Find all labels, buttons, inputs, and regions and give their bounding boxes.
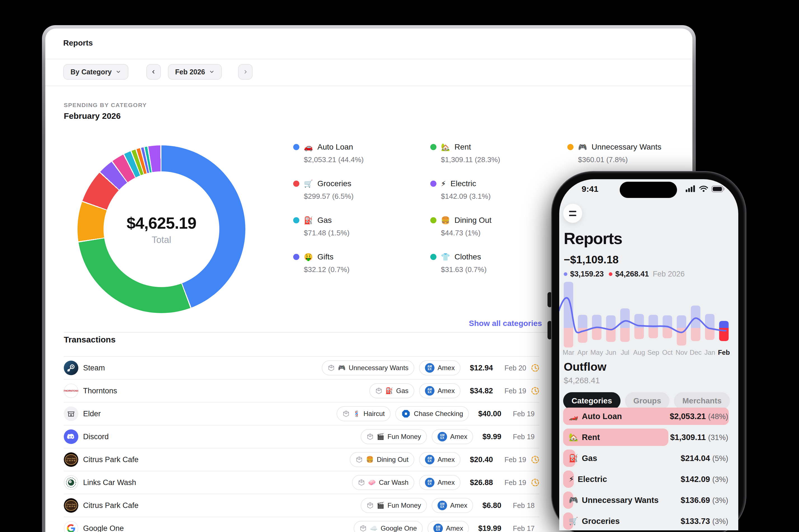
section-label: SPENDING BY CATEGORY <box>64 102 147 109</box>
category-box-icon <box>358 479 365 486</box>
category-chip[interactable]: 🧼Car Wash <box>352 475 414 490</box>
legend-item-electric[interactable]: ⚡ Electric $142.09 (3.1%) <box>430 179 562 201</box>
legend-label: Auto Loan <box>317 142 353 152</box>
transaction-row[interactable]: THORNTONS Thorntons ⛽Gas AMEXAmex $34.82… <box>64 380 539 403</box>
account-chip[interactable]: AMEXAmex <box>428 521 469 532</box>
period-dropdown[interactable]: Feb 2026 <box>168 64 222 80</box>
bar-inflow-Dec <box>691 306 701 328</box>
account-chip[interactable]: AMEXAmex <box>419 452 460 467</box>
pending-indicator <box>531 455 539 464</box>
outflow-category-row-auto-loan[interactable]: 🏎️ Auto Loan $2,053.21 (48%) <box>563 407 729 425</box>
wifi-icon <box>699 186 708 192</box>
tab-categories[interactable]: Categories <box>563 392 620 410</box>
legend-item-gas[interactable]: ⛽ Gas $71.48 (1.5%) <box>293 216 425 238</box>
category-box-icon <box>328 364 335 372</box>
outflow-category-row-gas[interactable]: ⛽ Gas $214.04 (5%) <box>563 450 729 467</box>
legend-amount: $299.57 (6.5%) <box>304 192 425 201</box>
bar-inflow-Jul <box>620 308 630 328</box>
category-amount: $2,053.21 (48%) <box>670 412 729 421</box>
legend-color-dot <box>430 180 436 187</box>
prev-period-button[interactable] <box>146 64 161 80</box>
legend-label: Rent <box>454 142 471 152</box>
legend-item-groceries[interactable]: 🛒 Groceries $299.57 (6.5%) <box>293 179 425 201</box>
category-chip[interactable]: ⛽Gas <box>369 383 414 398</box>
outflow-category-row-electric[interactable]: ⚡ Electric $142.09 (3%) <box>563 471 729 488</box>
account-label: Amex <box>438 479 455 487</box>
legend-color-dot <box>293 217 299 223</box>
menu-button[interactable] <box>563 204 582 223</box>
chase-logo <box>401 409 411 418</box>
monthly-cashflow-chart[interactable]: MarAprMayJunJulAugSepOctNovDecJanFeb <box>559 278 738 360</box>
legend-item-rent[interactable]: 🏡 Rent $1,309.11 (28.3%) <box>430 142 562 164</box>
account-chip[interactable]: Chase Checking <box>395 406 469 421</box>
category-emoji-icon: ⚡ <box>569 476 574 483</box>
legend-item-gifts[interactable]: 🤑 Gifts $32.12 (0.7%) <box>293 252 425 274</box>
hamburger-icon <box>569 215 576 216</box>
transaction-row[interactable]: Links Car Wash 🧼Car Wash AMEXAmex $26.88… <box>64 471 539 494</box>
pending-indicator <box>531 387 539 395</box>
transaction-details: ⛽Gas AMEXAmex $34.82 Feb 19 <box>369 383 539 398</box>
transaction-row[interactable]: Elder 💈Haircut Chase Checking $40.00 Feb… <box>64 403 539 425</box>
transaction-amount: $40.00 <box>478 410 501 418</box>
bar-outflow-May <box>592 328 601 340</box>
account-chip[interactable]: AMEXAmex <box>432 429 473 444</box>
show-all-categories-link[interactable]: Show all categories <box>467 319 556 328</box>
next-period-button[interactable] <box>238 64 253 80</box>
account-chip[interactable]: AMEXAmex <box>419 475 460 490</box>
outflow-category-row-groceries[interactable]: 🛒 Groceries $133.73 (3%) <box>563 512 729 530</box>
transaction-amount: $9.99 <box>482 433 501 441</box>
category-emoji-icon: 🎮 <box>569 496 578 504</box>
category-label: Fun Money <box>387 501 421 509</box>
category-chip[interactable]: 💈Haircut <box>337 406 391 421</box>
bar-outflow-Mar <box>564 328 573 347</box>
legend-item-auto-loan[interactable]: 🚗 Auto Loan $2,053.21 (44.4%) <box>293 142 425 164</box>
category-label: Gas <box>582 454 597 463</box>
category-percent: (48%) <box>708 412 728 421</box>
account-chip[interactable]: AMEXAmex <box>432 498 473 513</box>
merchant-name: Google One <box>83 524 124 532</box>
chevron-down-icon <box>209 69 215 75</box>
outflow-category-row-rent[interactable]: 🏡 Rent $1,309.11 (31%) <box>563 429 729 446</box>
category-amount: $214.04 (5%) <box>680 454 729 463</box>
transaction-row[interactable]: Discord 🎬Fun Money AMEXAmex $9.99 Feb 19 <box>64 425 539 449</box>
category-emoji-icon: 🏎️ <box>569 413 578 420</box>
pending-clock-icon <box>531 387 539 395</box>
transaction-date: Feb 19 <box>511 433 534 441</box>
legend-item-clothes[interactable]: 👕 Clothes $31.63 (0.7%) <box>430 252 562 274</box>
account-chip[interactable]: AMEXAmex <box>419 383 460 398</box>
transaction-row[interactable]: Google One ☁️Google One AMEXAmex $19.99 … <box>64 517 539 532</box>
tab-groups[interactable]: Groups <box>625 392 670 410</box>
category-chip[interactable]: 🎮Unnecessary Wants <box>322 360 414 376</box>
category-chip[interactable]: 🎬Fun Money <box>361 498 427 513</box>
legend-item-dining-out[interactable]: 🍔 Dining Out $44.73 (1%) <box>430 216 562 238</box>
transaction-row[interactable]: Citrus Park C·A·F·E Citrus Park Cafe 🎬Fu… <box>64 494 539 517</box>
amex-logo: AMEX <box>438 501 447 510</box>
account-chip[interactable]: AMEXAmex <box>419 360 460 376</box>
tab-merchants[interactable]: Merchants <box>674 392 730 410</box>
category-emoji-icon: 👕 <box>441 253 450 261</box>
transaction-row[interactable]: Steam 🎮Unnecessary Wants AMEXAmex $12.94… <box>64 357 539 380</box>
category-chip[interactable]: 🎬Fun Money <box>361 429 427 444</box>
month-label-Jul: Jul <box>621 348 630 356</box>
legend-item-unnecessary-wants[interactable]: 🎮 Unnecessary Wants $360.01 (7.8%) <box>567 142 692 164</box>
group-by-dropdown[interactable]: By Category <box>63 64 128 80</box>
spending-donut-chart[interactable]: $4,625.19 Total <box>77 145 246 313</box>
category-emoji-icon: 🎮 <box>578 144 587 151</box>
transaction-details: 🧼Car Wash AMEXAmex $26.88 Feb 19 <box>352 475 539 490</box>
cellular-signal-icon <box>686 185 696 193</box>
category-percent: (31%) <box>708 433 728 442</box>
outflow-category-row-unnecessary-wants[interactable]: 🎮 Unnecessary Wants $136.69 (3%) <box>563 492 729 509</box>
legend-amount: $31.63 (0.7%) <box>441 265 562 274</box>
transaction-row[interactable]: Citrus Park C·A·F·E Citrus Park Cafe 🍔Di… <box>64 449 539 471</box>
category-emoji-icon: ⛽ <box>304 217 313 224</box>
category-chip[interactable]: ☁️Google One <box>353 521 423 532</box>
amex-logo: AMEX <box>433 524 443 532</box>
status-icons <box>686 185 725 193</box>
chevron-right-icon <box>242 69 248 75</box>
legend-color-dot <box>293 180 299 187</box>
account-label: Amex <box>450 433 467 441</box>
reports-toolbar: By Category Feb 2026 <box>45 59 692 86</box>
show-all-label: Show all categories <box>469 319 542 328</box>
category-chip[interactable]: 🍔Dining Out <box>350 452 414 467</box>
phone-mockup: 9:41 <box>551 171 746 532</box>
